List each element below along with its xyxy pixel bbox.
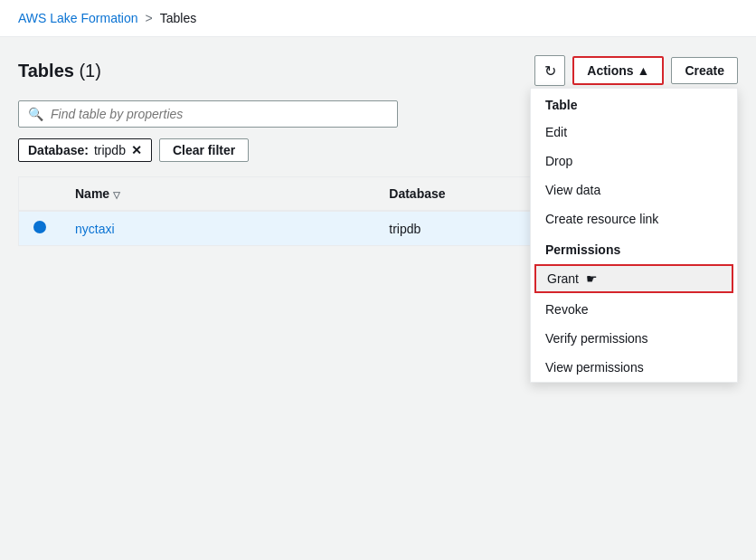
refresh-button[interactable]: ↻: [534, 55, 565, 86]
breadcrumb-separator: >: [146, 11, 153, 25]
dropdown-permissions-header: Permissions: [531, 233, 737, 262]
table-name-link[interactable]: nyctaxi: [75, 222, 115, 236]
filter-remove-button[interactable]: ✕: [131, 143, 142, 157]
main-content: Tables (1) ↻ Actions ▲ Create 🔍 Database…: [0, 37, 756, 264]
table-count: (1): [79, 61, 100, 81]
dropdown-item-revoke[interactable]: Revoke: [531, 295, 737, 324]
breadcrumb-current: Tables: [160, 11, 196, 25]
filter-label: Database:: [28, 143, 89, 157]
dropdown-item-view-permissions[interactable]: View permissions: [531, 353, 737, 382]
row-name[interactable]: nyctaxi: [61, 211, 374, 246]
breadcrumb-home[interactable]: AWS Lake Formation: [18, 11, 138, 25]
dropdown-table-header: Table: [531, 89, 737, 118]
search-bar[interactable]: 🔍: [18, 100, 398, 128]
search-icon: 🔍: [28, 107, 43, 121]
jagged-edge: [742, 37, 756, 264]
filter-value: tripdb: [94, 143, 126, 157]
sort-icon: ▽: [113, 190, 120, 200]
breadcrumb-bar: AWS Lake Formation > Tables: [0, 0, 756, 37]
dropdown-item-verify-permissions[interactable]: Verify permissions: [531, 324, 737, 353]
dropdown-item-edit[interactable]: Edit: [531, 118, 737, 147]
page-title: Tables (1): [18, 61, 101, 81]
dropdown-item-view-data[interactable]: View data: [531, 176, 737, 204]
header-row: Tables (1) ↻ Actions ▲ Create: [18, 55, 738, 86]
dropdown-item-drop[interactable]: Drop: [531, 147, 737, 176]
col-name: Name ▽: [61, 177, 374, 212]
dropdown-item-grant[interactable]: Grant ☛: [534, 264, 733, 293]
search-input[interactable]: [51, 107, 388, 121]
clear-filter-button[interactable]: Clear filter: [159, 138, 249, 162]
create-button[interactable]: Create: [671, 57, 738, 84]
header-actions: ↻ Actions ▲ Create: [534, 55, 738, 86]
filter-tag-database: Database: tripdb ✕: [18, 138, 152, 162]
actions-dropdown: Table Edit Drop View data Create resourc…: [530, 88, 738, 383]
radio-selected: [33, 221, 46, 233]
cursor-icon: ☛: [586, 271, 598, 286]
col-radio: [19, 177, 61, 212]
row-radio[interactable]: [19, 211, 61, 246]
dropdown-item-create-resource-link[interactable]: Create resource link: [531, 204, 737, 233]
actions-button[interactable]: Actions ▲: [572, 56, 664, 85]
